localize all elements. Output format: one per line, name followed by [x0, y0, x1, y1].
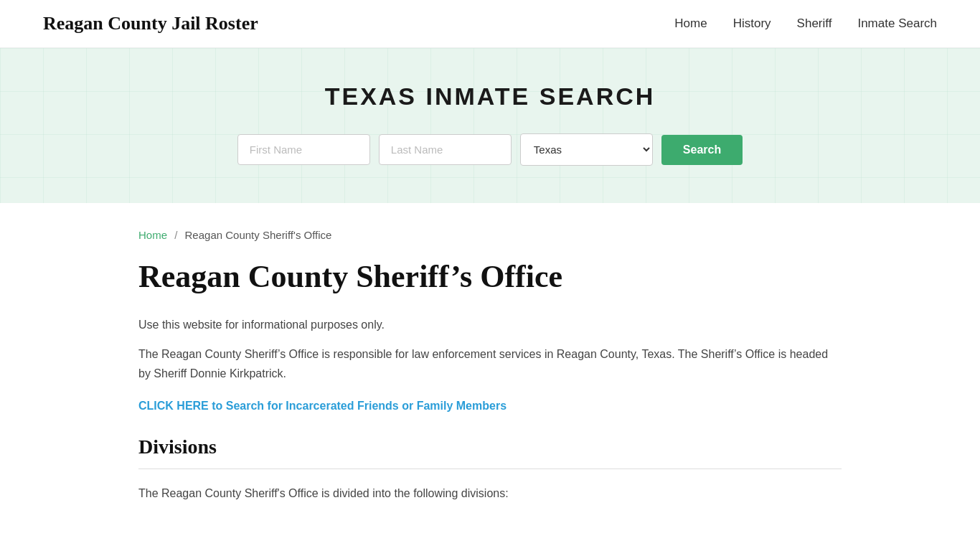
state-select[interactable]: Texas [520, 133, 653, 166]
body-para-1: Use this website for informational purpo… [138, 315, 842, 334]
breadcrumb-separator: / [174, 229, 177, 241]
hero-title: TEXAS INMATE SEARCH [14, 83, 966, 110]
divisions-heading: Divisions [138, 435, 842, 458]
search-form: Texas Search [14, 133, 966, 166]
breadcrumb: Home / Reagan County Sheriff's Office [138, 229, 842, 241]
nav-inmate-search[interactable]: Inmate Search [857, 17, 937, 31]
site-header: Reagan County Jail Roster Home History S… [0, 0, 980, 48]
search-button[interactable]: Search [661, 135, 743, 165]
breadcrumb-home[interactable]: Home [138, 229, 167, 241]
page-title: Reagan County Sheriff’s Office [138, 258, 842, 295]
nav-home[interactable]: Home [674, 17, 707, 31]
divisions-intro: The Reagan County Sheriff's Office is di… [138, 484, 842, 503]
nav-history[interactable]: History [733, 17, 771, 31]
hero-banner: TEXAS INMATE SEARCH Texas Search [0, 48, 980, 203]
cta-link[interactable]: CLICK HERE to Search for Incarcerated Fr… [138, 400, 507, 413]
breadcrumb-current: Reagan County Sheriff's Office [185, 229, 332, 241]
site-title: Reagan County Jail Roster [43, 13, 258, 34]
nav-sheriff[interactable]: Sheriff [797, 17, 832, 31]
main-content: Home / Reagan County Sheriff's Office Re… [95, 203, 885, 540]
body-para-2: The Reagan County Sheriff’s Office is re… [138, 344, 842, 383]
first-name-input[interactable] [237, 134, 370, 165]
last-name-input[interactable] [379, 134, 512, 165]
main-nav: Home History Sheriff Inmate Search [674, 17, 937, 31]
divider [138, 468, 842, 469]
